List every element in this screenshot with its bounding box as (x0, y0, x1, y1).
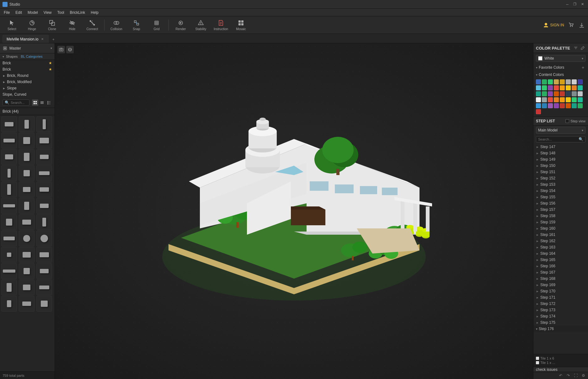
brick-item[interactable] (36, 296, 52, 312)
color-dot-34[interactable] (548, 103, 553, 108)
color-dot-29[interactable] (566, 97, 571, 102)
snap-button[interactable]: Snap (127, 18, 146, 33)
bl-categories-link[interactable]: BL Categories (21, 55, 42, 58)
step-item-26[interactable]: ►Step 173 (533, 307, 588, 313)
step-item-27[interactable]: ►Step 174 (533, 313, 588, 319)
content-colors-header[interactable]: ▾ Content Colors (533, 71, 588, 78)
color-dot-18[interactable] (548, 91, 553, 96)
step-item-1[interactable]: ►Step 148 (533, 150, 588, 156)
list-view-button[interactable] (39, 99, 45, 106)
grid-button[interactable]: Grid (147, 18, 166, 33)
grid-view-button[interactable] (32, 99, 38, 106)
brick-item[interactable] (36, 280, 52, 295)
step-item-12[interactable]: ►Step 159 (533, 219, 588, 225)
step-item-24[interactable]: ►Step 171 (533, 294, 588, 301)
step-item-22[interactable]: ►Step 169 (533, 282, 588, 288)
brick-item[interactable] (1, 296, 17, 312)
color-dot-38[interactable] (572, 103, 577, 108)
brick-item[interactable] (19, 263, 35, 279)
collision-button[interactable]: Collision (107, 18, 126, 33)
shape-item-slope-curved[interactable]: Slope, Curved (0, 91, 55, 98)
brick-item[interactable] (1, 198, 17, 214)
color-dot-25[interactable] (542, 97, 547, 102)
color-dot-23[interactable] (578, 91, 583, 96)
brick-item[interactable] (19, 280, 35, 295)
color-dot-37[interactable] (566, 103, 571, 108)
shape-item-brick-2[interactable]: Brick ★ (0, 66, 55, 72)
color-dot-5[interactable] (566, 79, 571, 84)
step-item-9[interactable]: ►Step 156 (533, 200, 588, 206)
brick-item[interactable] (1, 231, 17, 246)
brick-item[interactable] (36, 198, 52, 214)
maximize-button[interactable]: ❐ (572, 1, 578, 8)
color-dot-24[interactable] (536, 97, 541, 102)
undo-button[interactable]: ↶ (557, 372, 564, 379)
color-dot-3[interactable] (554, 79, 559, 84)
brick-item[interactable] (1, 247, 17, 263)
step-group-176[interactable]: ▾Step 176 (533, 326, 588, 332)
menu-model[interactable]: Model (25, 10, 40, 15)
color-dot-1[interactable] (542, 79, 547, 84)
shapes-label[interactable]: Shapes (6, 55, 18, 58)
orbit-button[interactable] (66, 46, 74, 53)
brick-item[interactable] (36, 247, 52, 263)
color-dot-0[interactable] (536, 79, 541, 84)
brick-item[interactable] (1, 116, 17, 132)
step-item-13[interactable]: ►Step 160 (533, 225, 588, 232)
settings-button[interactable]: ⚙ (580, 372, 587, 379)
color-dot-22[interactable] (572, 91, 577, 96)
step-item-5[interactable]: ►Step 152 (533, 175, 588, 181)
close-button[interactable]: ✕ (579, 1, 585, 8)
step-item-0[interactable]: ►Step 147 (533, 144, 588, 150)
add-favorite-button[interactable]: + (580, 65, 585, 70)
brick-item[interactable] (19, 182, 35, 197)
color-dot-21[interactable] (566, 91, 571, 96)
brick-item[interactable] (36, 149, 52, 165)
step-item-21[interactable]: ►Step 168 (533, 275, 588, 282)
shape-star-2[interactable]: ★ (49, 67, 52, 72)
step-item-20[interactable]: ►Step 167 (533, 269, 588, 275)
color-dot-14[interactable] (572, 85, 577, 90)
color-dot-13[interactable] (566, 85, 571, 90)
brick-item[interactable] (19, 296, 35, 312)
brick-item[interactable] (1, 165, 17, 181)
select-button[interactable]: Select (3, 18, 21, 33)
brick-item[interactable] (19, 247, 35, 263)
color-dot-2[interactable] (548, 79, 553, 84)
connect-button[interactable]: Connect (83, 18, 102, 33)
step-item-17[interactable]: ►Step 164 (533, 250, 588, 257)
step-search-input[interactable] (538, 137, 577, 141)
color-dot-7[interactable] (578, 79, 583, 84)
step-item-6[interactable]: ►Step 153 (533, 181, 588, 188)
model-selector-dropdown[interactable]: Main Model ▾ (536, 127, 585, 134)
color-dot-32[interactable] (536, 103, 541, 108)
step-item-15[interactable]: ►Step 162 (533, 238, 588, 244)
palette-edit-icon[interactable] (580, 45, 585, 51)
shapes-toggle[interactable]: ▾ (3, 55, 4, 58)
step-item-11[interactable]: ►Step 158 (533, 213, 588, 219)
color-dot-8[interactable] (536, 85, 541, 90)
color-selector-dropdown[interactable]: White ▾ (536, 55, 585, 62)
step-item-8[interactable]: ►Step 155 (533, 194, 588, 200)
brick-item[interactable] (19, 214, 35, 230)
color-dot-28[interactable] (560, 97, 565, 102)
brick-item[interactable] (36, 165, 52, 181)
menu-view[interactable]: View (41, 10, 54, 15)
camera-button[interactable] (57, 46, 65, 53)
zoom-fit-button[interactable]: ⛶ (572, 372, 579, 379)
step-item-16[interactable]: ►Step 163 (533, 244, 588, 250)
brick-item[interactable] (36, 133, 52, 148)
brick-item[interactable] (1, 182, 17, 197)
step-view-checkbox[interactable] (565, 119, 569, 123)
mosaic-button[interactable]: Mosaic (232, 18, 250, 33)
detail-view-button[interactable] (46, 99, 52, 106)
download-icon[interactable] (578, 21, 585, 29)
brick-item[interactable] (1, 133, 17, 148)
shape-item-slope[interactable]: ► Slope (0, 85, 55, 91)
color-dot-39[interactable] (578, 103, 583, 108)
color-dot-20[interactable] (560, 91, 565, 96)
hide-button[interactable]: Hide (63, 18, 82, 33)
brick-item[interactable] (1, 149, 17, 165)
step-item-25[interactable]: ►Step 172 (533, 301, 588, 307)
step-item-7[interactable]: ►Step 154 (533, 188, 588, 194)
